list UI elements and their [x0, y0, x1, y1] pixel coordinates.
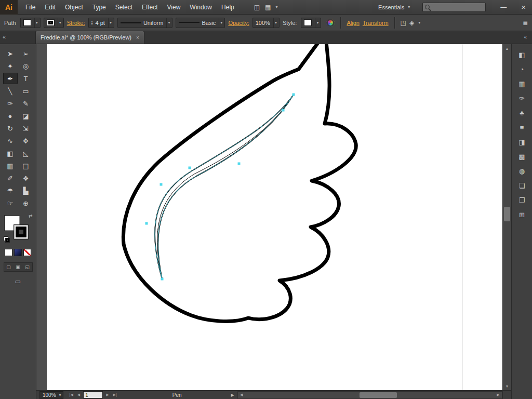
pencil-tool[interactable]: ✎ [19, 98, 33, 109]
paintbrush-tool[interactable]: ✑ [3, 98, 18, 109]
align-panel-link[interactable]: Align [347, 20, 359, 26]
chevron-down-icon[interactable] [417, 20, 421, 25]
transform-panel-link[interactable]: Transform [363, 20, 389, 26]
gradient-panel-icon[interactable]: ◨ [515, 136, 529, 148]
color-guide-panel-icon[interactable]: ◔ [515, 63, 529, 75]
draw-inside-button[interactable] [23, 263, 32, 271]
document-viewport[interactable] [36, 44, 502, 390]
screen-mode-button[interactable] [15, 278, 21, 285]
eyedropper-tool[interactable]: ✐ [3, 172, 18, 184]
stroke-panel-link[interactable]: Stroke: [67, 20, 85, 26]
minimize-button[interactable] [500, 4, 507, 11]
recolor-artwork-icon[interactable] [326, 19, 335, 27]
menu-view[interactable]: View [163, 0, 185, 15]
free-transform-tool[interactable]: ✥ [19, 135, 33, 147]
pen-tool[interactable]: ✒ [3, 73, 18, 84]
close-button[interactable] [521, 3, 526, 11]
swap-fill-stroke-icon[interactable] [29, 214, 33, 219]
select-similar-icon[interactable] [409, 19, 414, 26]
anchor-point[interactable] [189, 167, 191, 169]
bridge-icon[interactable] [252, 4, 261, 11]
gradient-tool[interactable]: ▤ [19, 160, 33, 171]
previous-artboard-button[interactable] [76, 393, 81, 397]
horizontal-scrollbar[interactable] [237, 391, 502, 399]
lasso-tool[interactable]: ◎ [19, 60, 33, 72]
blend-tool[interactable]: ❖ [19, 172, 33, 184]
stroke-color-proxy[interactable] [14, 225, 28, 239]
zoom-level-combo[interactable]: 100% [39, 391, 63, 399]
gradient-button[interactable] [14, 249, 22, 256]
direct-selection-tool[interactable]: ➢ [19, 48, 33, 59]
workspace-switcher[interactable]: Essentials [375, 4, 414, 10]
graphic-styles-panel-icon[interactable]: ❏ [515, 179, 529, 192]
anchor-point[interactable] [160, 183, 163, 186]
selection-tool[interactable]: ➤ [3, 48, 18, 59]
document-tab[interactable]: Freddie.ai* @ 100% (RGB/Preview) [35, 31, 144, 44]
menu-select[interactable]: Select [111, 0, 137, 15]
vertical-scroll-thumb[interactable] [504, 207, 510, 221]
default-fill-stroke-icon[interactable] [4, 236, 10, 243]
anchor-point[interactable] [161, 278, 164, 281]
anchor-point[interactable] [238, 163, 241, 165]
symbol-sprayer-tool[interactable]: ☂ [3, 185, 18, 196]
last-artboard-button[interactable] [112, 393, 118, 397]
perspective-grid-tool[interactable]: ◺ [19, 148, 33, 159]
search-input[interactable] [432, 4, 483, 11]
vertical-scrollbar[interactable] [502, 44, 511, 390]
color-button[interactable] [5, 249, 12, 256]
tab-overflow-chevron-icon[interactable] [3, 34, 6, 40]
stepper-icon[interactable] [91, 20, 93, 25]
hand-tool[interactable]: ☞ [3, 197, 18, 209]
chevron-down-icon[interactable] [274, 5, 278, 9]
stroke-weight-combo[interactable]: 4 pt [88, 18, 114, 28]
menu-effect[interactable]: Effect [137, 0, 162, 15]
appearance-panel-icon[interactable]: ◍ [515, 165, 529, 177]
status-expand-button[interactable] [231, 393, 234, 397]
fill-color-dropdown[interactable] [20, 18, 41, 28]
scroll-left-button[interactable] [238, 393, 245, 397]
brush-definition-combo[interactable]: Basic [176, 18, 225, 28]
width-profile-combo[interactable]: Uniform [117, 18, 173, 28]
tab-close-icon[interactable] [136, 35, 139, 41]
opacity-panel-link[interactable]: Opacity: [228, 20, 249, 26]
shape-builder-tool[interactable]: ◧ [3, 148, 18, 159]
isolate-selection-icon[interactable] [401, 19, 406, 26]
next-artboard-button[interactable] [105, 393, 110, 397]
scroll-right-button[interactable] [495, 393, 502, 397]
color-panel-icon[interactable]: ◧ [515, 48, 529, 61]
symbols-panel-icon[interactable]: ♣ [515, 107, 529, 119]
anchor-point[interactable] [292, 94, 295, 96]
blob-brush-tool[interactable]: ● [3, 110, 18, 122]
eraser-tool[interactable]: ◪ [19, 110, 33, 122]
magic-wand-tool[interactable]: ✦ [3, 60, 18, 72]
swatches-panel-icon[interactable]: ▦ [515, 77, 529, 90]
none-button[interactable] [23, 249, 31, 256]
menu-type[interactable]: Type [88, 0, 111, 15]
anchor-point[interactable] [282, 109, 285, 112]
artboards-panel-icon[interactable]: ⊞ [515, 208, 529, 221]
stroke-panel-icon[interactable]: ≡ [515, 121, 529, 134]
brushes-panel-icon[interactable]: ✑ [515, 92, 529, 104]
style-combo[interactable] [301, 18, 321, 28]
rectangle-tool[interactable]: ▭ [19, 85, 33, 97]
mesh-tool[interactable]: ▦ [3, 160, 18, 171]
scroll-up-button[interactable] [503, 45, 511, 52]
rotate-tool[interactable]: ↻ [3, 123, 18, 134]
menu-window[interactable]: Window [185, 0, 217, 15]
horizontal-scroll-thumb[interactable] [360, 392, 397, 398]
search-box[interactable] [422, 3, 486, 12]
scroll-down-button[interactable] [503, 382, 511, 390]
layers-panel-icon[interactable]: ❐ [515, 194, 529, 206]
anchor-point[interactable] [145, 222, 148, 225]
artboard-number-input[interactable]: 1 [83, 391, 103, 398]
width-tool[interactable]: ∿ [3, 135, 18, 147]
menu-file[interactable]: File [21, 0, 40, 15]
opacity-combo[interactable]: 100% [252, 18, 280, 28]
stroke-color-dropdown[interactable] [44, 18, 64, 28]
menu-help[interactable]: Help [217, 0, 239, 15]
draw-behind-button[interactable] [14, 263, 23, 271]
scale-tool[interactable]: ⇲ [19, 123, 33, 134]
draw-normal-button[interactable] [4, 263, 14, 271]
expand-dock-chevron-icon[interactable] [524, 34, 527, 40]
type-tool[interactable]: T [19, 73, 33, 84]
